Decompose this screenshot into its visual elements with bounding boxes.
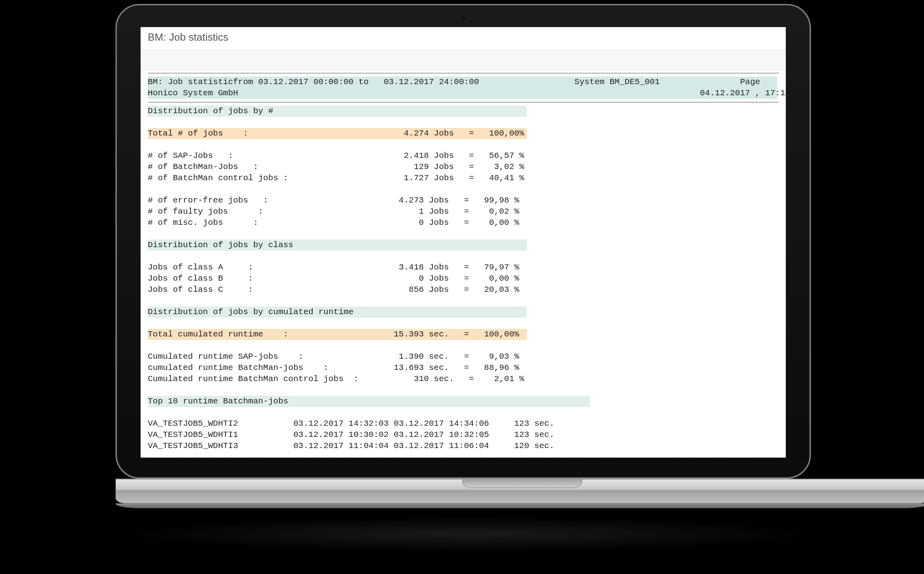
total-runtime-row: Total cumulated runtime : 15.393 sec. = … xyxy=(148,329,527,340)
stat-row: Jobs of class B : 0 Jobs = 0,00 % xyxy=(148,274,519,283)
floor-shadow xyxy=(116,516,824,552)
hinge-notch xyxy=(462,479,582,488)
stat-row: # of BatchMan-Jobs : 129 Jobs = 3,02 % xyxy=(148,162,524,171)
stat-row: cumulated runtime BatchMan-jobs : 13.693… xyxy=(148,363,519,372)
camera-icon xyxy=(460,16,466,22)
report-header-line2: Honico System GmbH 04.12.2017 , 17:10:19 xyxy=(148,88,777,99)
stat-row: # of BatchMan control jobs : 1.727 Jobs … xyxy=(148,173,524,183)
laptop-bezel: BM: Job statistics BM: Job statisticfrom… xyxy=(116,4,811,479)
stat-row: # of SAP-Jobs : 2.418 Jobs = 56,57 % xyxy=(148,151,524,160)
window-title: BM: Job statistics xyxy=(141,27,786,50)
divider xyxy=(148,102,779,102)
stat-row: Cumulated runtime SAP-jobs : 1.390 sec. … xyxy=(148,352,519,361)
stat-row: # of error-free jobs : 4.273 Jobs = 99,9… xyxy=(148,196,519,205)
report-body-main: Distribution of jobs by # Total # of job… xyxy=(148,106,779,452)
section-header: Distribution of jobs by cumulated runtim… xyxy=(148,307,527,318)
divider xyxy=(148,73,779,73)
laptop-foot xyxy=(116,503,924,508)
stat-row: # of faulty jobs : 1 Jobs = 0,02 % xyxy=(148,207,519,216)
stat-row: # of misc. jobs : 0 Jobs = 0,00 % xyxy=(148,218,519,227)
stat-row: Jobs of class C : 856 Jobs = 20,03 % xyxy=(148,285,519,294)
stat-row: Jobs of class A : 3.418 Jobs = 79,97 % xyxy=(148,263,519,272)
laptop-deck xyxy=(116,479,924,503)
top10-row: VA_TESTJOB5_WDHTI3 03.12.2017 11:04:04 0… xyxy=(148,441,554,450)
section-header: Distribution of jobs by # xyxy=(148,106,527,117)
top10-row: VA_TESTJOB5_WDHTI2 03.12.2017 14:32:03 0… xyxy=(148,419,554,428)
stat-row: Cumulated runtime BatchMan control jobs … xyxy=(148,374,524,383)
screen: BM: Job statistics BM: Job statisticfrom… xyxy=(141,27,786,458)
report-header-line1: BM: Job statisticfrom 03.12.2017 00:00:0… xyxy=(148,77,777,88)
toolbar xyxy=(141,50,786,70)
report-body: BM: Job statisticfrom 03.12.2017 00:00:0… xyxy=(148,77,779,99)
section-header: Top 10 runtime Batchman-jobs xyxy=(148,396,590,407)
section-header: Distribution of jobs by class xyxy=(148,240,527,251)
top10-row: VA_TESTJOB5_WDHTI1 03.12.2017 10:30:02 0… xyxy=(148,430,554,439)
total-jobs-row: Total # of jobs : 4.274 Jobs = 100,00% xyxy=(148,128,527,139)
